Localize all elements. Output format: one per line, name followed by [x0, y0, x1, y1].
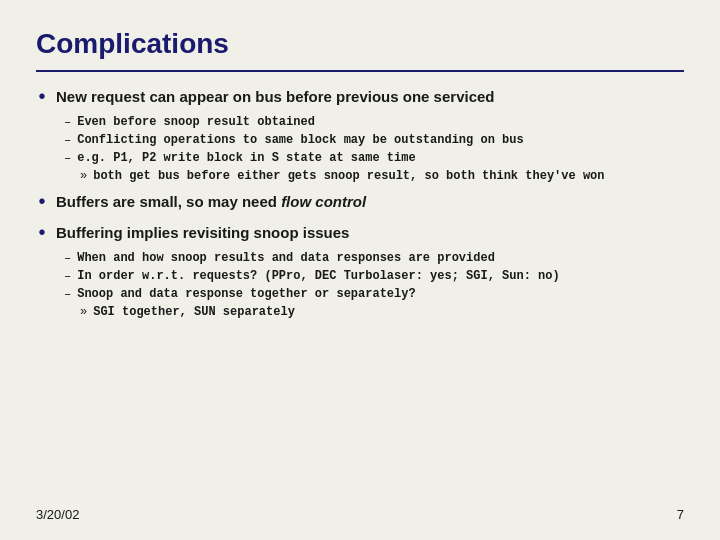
main-bullet-3-text: Buffering implies revisiting snoop issue…: [56, 224, 349, 241]
sub-dash-3-1: –: [64, 252, 71, 266]
main-bullet-2-plain: Buffers are small, so may need: [56, 193, 281, 210]
sub-bullets-3: – When and how snoop results and data re…: [64, 251, 684, 319]
bullet-section-1: • New request can appear on bus before p…: [36, 88, 684, 183]
slide-footer: 3/20/02 7: [36, 507, 684, 522]
sub-sub-arrow-1-4: »: [80, 169, 87, 183]
sub-bullet-1-1-text: Even before snoop result obtained: [77, 115, 315, 129]
sub-bullet-3-3: – Snoop and data response together or se…: [64, 287, 684, 302]
footer-page: 7: [677, 507, 684, 522]
sub-dash-1-3: –: [64, 152, 71, 166]
bullet-section-3: • Buffering implies revisiting snoop iss…: [36, 224, 684, 319]
main-bullet-2-text: Buffers are small, so may need flow cont…: [56, 193, 366, 210]
sub-bullet-3-1-text: When and how snoop results and data resp…: [77, 251, 495, 265]
main-bullet-1: • New request can appear on bus before p…: [36, 88, 684, 109]
sub-bullet-1-3-text: e.g. P1, P2 write block in S state at sa…: [77, 151, 415, 165]
footer-date: 3/20/02: [36, 507, 79, 522]
sub-dash-3-2: –: [64, 270, 71, 284]
sub-sub-bullet-1-4: » both get bus before either gets snoop …: [80, 169, 684, 183]
sub-dash-3-3: –: [64, 288, 71, 302]
bullet-dot-2: •: [36, 191, 48, 214]
sub-bullet-1-3: – e.g. P1, P2 write block in S state at …: [64, 151, 684, 166]
sub-sub-bullet-3-4: » SGI together, SUN separately: [80, 305, 684, 319]
bullet-section-2: • Buffers are small, so may need flow co…: [36, 193, 684, 214]
title-divider: [36, 70, 684, 72]
main-bullet-2: • Buffers are small, so may need flow co…: [36, 193, 684, 214]
sub-bullet-3-1: – When and how snoop results and data re…: [64, 251, 684, 266]
sub-bullet-1-2-text: Conflicting operations to same block may…: [77, 133, 523, 147]
sub-sub-text-1-4: both get bus before either gets snoop re…: [93, 169, 604, 183]
bullet-dot-3: •: [36, 222, 48, 245]
sub-sub-arrow-3-4: »: [80, 305, 87, 319]
sub-bullet-3-2-text: In order w.r.t. requests? (PPro, DEC Tur…: [77, 269, 559, 283]
sub-bullet-1-1: – Even before snoop result obtained: [64, 115, 684, 130]
sub-dash-1-2: –: [64, 134, 71, 148]
main-bullet-2-italic: flow control: [281, 193, 366, 210]
sub-dash-1-1: –: [64, 116, 71, 130]
slide: Complications • New request can appear o…: [0, 0, 720, 540]
sub-bullet-3-3-text: Snoop and data response together or sepa…: [77, 287, 415, 301]
main-bullet-1-text: New request can appear on bus before pre…: [56, 88, 494, 105]
bullet-dot-1: •: [36, 86, 48, 109]
slide-title: Complications: [36, 28, 684, 60]
sub-bullets-1: – Even before snoop result obtained – Co…: [64, 115, 684, 183]
sub-bullet-1-2: – Conflicting operations to same block m…: [64, 133, 684, 148]
sub-bullet-3-2: – In order w.r.t. requests? (PPro, DEC T…: [64, 269, 684, 284]
main-bullet-3: • Buffering implies revisiting snoop iss…: [36, 224, 684, 245]
sub-sub-text-3-4: SGI together, SUN separately: [93, 305, 295, 319]
